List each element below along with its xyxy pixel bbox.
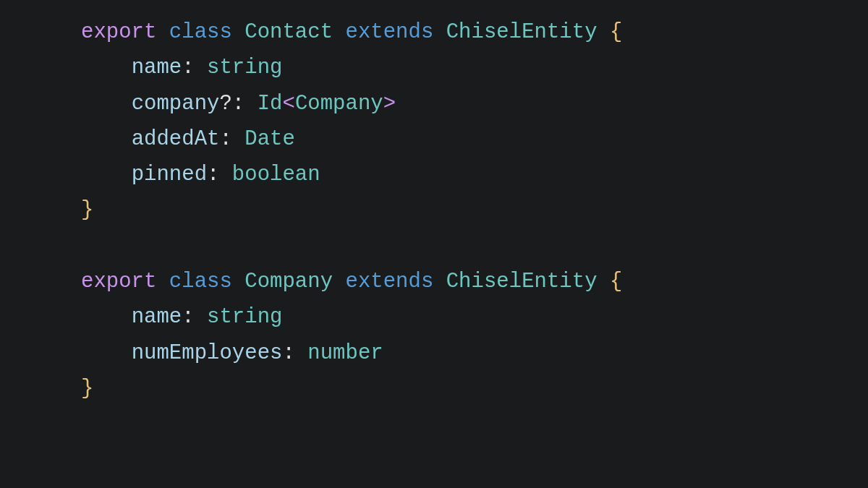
class-name: Contact	[244, 20, 333, 44]
colon: :	[182, 56, 194, 80]
type-annotation: number	[307, 341, 383, 365]
property-name: numEmployees	[132, 341, 283, 365]
keyword-class: class	[169, 20, 232, 44]
type-annotation: string	[207, 305, 282, 329]
property-name: name	[132, 56, 182, 80]
code-block: export class Contact extends ChiselEntit…	[81, 14, 868, 406]
base-class: ChiselEntity	[446, 270, 597, 294]
code-line: addedAt: Date	[81, 127, 295, 151]
property-name: addedAt	[132, 127, 220, 151]
colon: :	[219, 127, 231, 151]
brace-close: }	[81, 377, 93, 401]
angle-close: >	[383, 92, 396, 116]
code-line: numEmployees: number	[81, 341, 383, 365]
type-annotation: boolean	[232, 163, 320, 187]
keyword-extends: extends	[345, 270, 433, 294]
code-line: }	[81, 377, 93, 401]
blank-line	[81, 234, 93, 258]
keyword-export: export	[81, 20, 156, 44]
code-line: pinned: boolean	[81, 163, 320, 187]
brace-open: {	[610, 20, 622, 44]
colon: :	[207, 163, 219, 187]
class-name: Company	[244, 270, 333, 294]
brace-open: {	[610, 270, 622, 294]
brace-close: }	[81, 198, 93, 222]
colon: :	[282, 341, 294, 365]
code-line: company?: Id<Company>	[81, 92, 396, 116]
colon: :	[182, 305, 194, 329]
colon: :	[232, 92, 244, 116]
code-line: name: string	[81, 305, 282, 329]
property-name: pinned	[132, 163, 207, 187]
code-line: export class Company extends ChiselEntit…	[81, 270, 622, 294]
code-line: name: string	[81, 56, 282, 80]
property-name: company	[132, 92, 220, 116]
code-line: }	[81, 198, 93, 222]
optional-mark: ?	[219, 92, 231, 116]
base-class: ChiselEntity	[446, 20, 597, 44]
code-line: export class Contact extends ChiselEntit…	[81, 20, 622, 44]
type-annotation: Date	[244, 127, 295, 151]
type-annotation: string	[207, 56, 282, 80]
property-name: name	[132, 305, 182, 329]
keyword-class: class	[169, 270, 232, 294]
keyword-export: export	[81, 270, 156, 294]
keyword-extends: extends	[345, 20, 433, 44]
angle-open: <	[282, 92, 294, 116]
generic-type: Company	[295, 92, 383, 116]
type-annotation: Id	[258, 92, 283, 116]
